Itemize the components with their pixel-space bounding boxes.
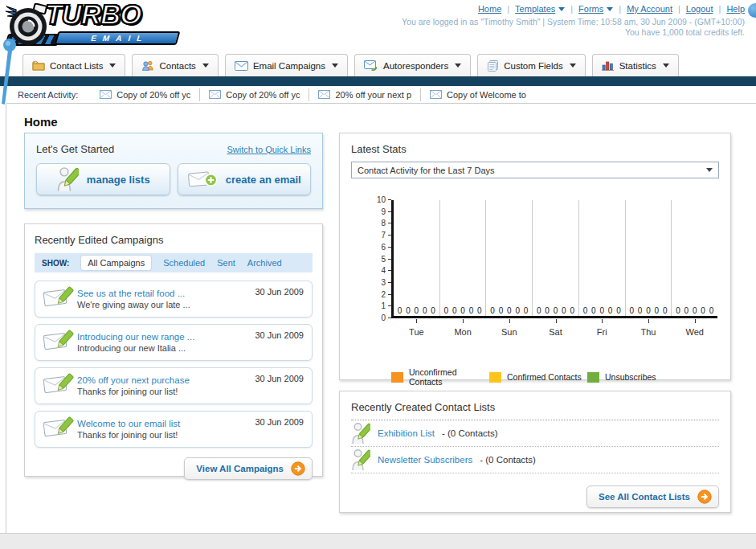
stats-period-select[interactable]: Contact Activity for the Last 7 Days — [351, 162, 719, 178]
value-label: 0 — [646, 306, 651, 315]
y-axis-label: 4 — [372, 266, 386, 275]
see-all-contact-lists-button[interactable]: See All Contact Lists — [586, 485, 719, 508]
nav-tab-contact-lists[interactable]: Contact Lists — [22, 54, 125, 76]
contact-list-link[interactable]: Newsletter Subscribers — [378, 455, 472, 465]
campaign-tab-all-campaigns[interactable]: All Campaigns — [81, 256, 151, 270]
value-label: 0 — [469, 306, 474, 315]
value-label: 0 — [709, 306, 714, 315]
campaign-date: 30 Jun 2009 — [255, 368, 304, 383]
value-label: 0 — [490, 306, 495, 315]
value-label: 0 — [701, 306, 705, 315]
y-axis-label: 8 — [372, 219, 386, 227]
nav-tab-contacts[interactable]: Contacts — [132, 54, 218, 76]
campaign-title-link[interactable]: See us at the retail food ... — [77, 289, 190, 298]
value-label: 0 — [655, 306, 660, 315]
value-label: 0 — [616, 306, 621, 315]
campaign-tab-archived[interactable]: Archived — [247, 258, 282, 268]
campaign-subtitle: Thanks for joining our list! — [77, 430, 180, 440]
campaign-tab-sent[interactable]: Sent — [217, 258, 235, 268]
campaign-title-link[interactable]: Introducing our new range ... — [77, 332, 194, 342]
y-axis-label: 5 — [372, 255, 386, 264]
y-axis-label: 3 — [372, 278, 386, 287]
link-separator: | — [507, 4, 509, 14]
value-label: 0 — [431, 306, 435, 315]
campaign-row[interactable]: Introducing our new range ... Introducin… — [35, 324, 313, 361]
value-label: 0 — [629, 306, 634, 315]
top-link-my-account[interactable]: My Account — [627, 4, 672, 14]
nav-tab-statistics[interactable]: Statistics — [592, 54, 679, 76]
recent-activity-item[interactable]: 20% off your next p — [309, 88, 420, 101]
show-label: SHOW: — [42, 259, 69, 268]
x-axis-label: Sat — [533, 327, 578, 337]
day-group-mon: 00000 Mon — [439, 200, 486, 316]
contact-lists-panel: Recently Created Contact Lists Exhibitio… — [339, 391, 731, 513]
value-label: 0 — [591, 306, 596, 315]
nav-tab-email-campaigns[interactable]: Email Campaigns — [225, 54, 348, 76]
plot-area: 00000 Tue 00000 Mon 00000 Sun 00000 Sat … — [391, 200, 717, 318]
value-label: 0 — [499, 306, 504, 315]
main-nav: Contact ListsContactsEmail CampaignsAuto… — [22, 54, 679, 76]
statistics-icon — [602, 60, 615, 71]
day-group-wed: 00000 Wed — [671, 200, 717, 316]
campaign-row[interactable]: 20% off your next purchase Thanks for jo… — [35, 367, 313, 404]
value-label: 0 — [524, 306, 529, 315]
x-tick — [509, 319, 510, 323]
get-started-title: Let's Get Started — [36, 143, 114, 155]
recent-activity-item[interactable]: Copy of 20% off yc — [91, 88, 199, 101]
campaigns-panel: Recently Edited Campaigns SHOW: All Camp… — [24, 223, 323, 477]
autoresponders-icon — [364, 60, 378, 71]
contact-list-link[interactable]: Exhibition List — [378, 428, 435, 438]
contact-lists-title: Recently Created Contact Lists — [351, 401, 719, 413]
campaign-title-link[interactable]: 20% off your next purchase — [77, 375, 190, 385]
turbo-email-dashboard: { "header": { "logo": { "title": "TURBO"… — [0, 0, 756, 549]
top-link-home[interactable]: Home — [478, 4, 501, 14]
value-label: 0 — [537, 306, 541, 315]
value-label: 0 — [477, 306, 482, 315]
chevron-down-icon — [706, 168, 713, 172]
y-axis-label: 9 — [372, 207, 386, 216]
day-group-sat: 00000 Sat — [532, 200, 578, 316]
x-axis-label: Sun — [486, 327, 532, 337]
latest-stats-title: Latest Stats — [351, 143, 719, 155]
campaign-tab-scheduled[interactable]: Scheduled — [163, 258, 205, 268]
create-an-email-button[interactable]: create an email — [178, 163, 312, 195]
day-group-thu: 00000 Thu — [625, 200, 672, 316]
top-link-help[interactable]: Help — [726, 4, 745, 14]
link-separator: | — [619, 4, 621, 14]
turbo-email-logo[interactable]: TURBO EMAIL — [5, 2, 198, 48]
nav-tab-autoresponders[interactable]: Autoresponders — [354, 54, 471, 76]
campaign-title-link[interactable]: Welcome to our email list — [77, 419, 180, 428]
top-link-templates[interactable]: Templates — [515, 4, 565, 14]
contact-list-item[interactable]: Exhibition List - (0 Contacts) — [351, 420, 719, 447]
legend-item-unsubscribes: Unsubscribes — [587, 367, 719, 387]
value-label: 0 — [515, 306, 520, 315]
recent-activity-label: Recent Activity: — [18, 90, 78, 100]
value-label: 0 — [507, 306, 512, 315]
link-separator: | — [678, 4, 680, 14]
top-link-forms[interactable]: Forms — [578, 4, 613, 14]
y-axis-label: 1 — [372, 301, 386, 310]
view-all-campaigns-button[interactable]: View All Campaigns — [184, 457, 313, 480]
top-link-logout[interactable]: Logout — [686, 4, 713, 14]
get-started-panel: Let's Get Started Switch to Quick Links … — [24, 133, 323, 209]
campaign-row[interactable]: Welcome to our email list Thanks for joi… — [35, 411, 313, 448]
legend-swatch-icon — [587, 372, 599, 383]
logo-subtitle: EMAIL — [55, 31, 181, 45]
campaign-date: 30 Jun 2009 — [255, 412, 304, 427]
contact-list-item[interactable]: Newsletter Subscribers - (0 Contacts) — [351, 447, 719, 473]
chevron-down-icon — [570, 64, 576, 68]
page-title: Home — [24, 115, 58, 129]
logo-title: TURBO — [45, 0, 141, 31]
campaign-envelope-pencil-icon — [42, 371, 76, 397]
nav-tab-custom-fields[interactable]: Custom Fields — [477, 54, 586, 76]
manage-lists-button[interactable]: manage lists — [36, 163, 170, 195]
recent-activity-item[interactable]: Copy of 20% off yc — [199, 88, 309, 101]
value-label: 0 — [423, 306, 427, 315]
login-info: You are logged in as "Timothy Smith" | S… — [402, 17, 745, 38]
switch-quick-links[interactable]: Switch to Quick Links — [227, 145, 311, 154]
person-pencil-icon — [351, 449, 370, 471]
credits-text: You have 1,000 total credits left. — [402, 27, 745, 38]
campaign-row[interactable]: See us at the retail food ... We're givi… — [35, 281, 313, 318]
person-pencil-icon — [351, 422, 370, 445]
recent-activity-item[interactable]: Copy of Welcome to — [420, 88, 535, 101]
